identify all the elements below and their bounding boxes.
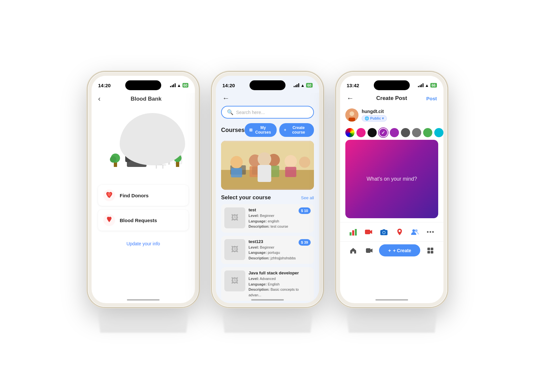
time-2: 14:20	[222, 83, 235, 88]
phone2-search: 🔍 Search here...	[221, 106, 314, 119]
svg-rect-62	[431, 251, 433, 253]
chart-tool-icon[interactable]	[347, 226, 359, 238]
phone-courses: 14:20 ▲ 60 ← 🔍 Search here...	[212, 72, 323, 307]
visibility-badge[interactable]: 🌐 Public ▾	[362, 115, 387, 122]
color-swatch-purple-check[interactable]: ✓	[379, 128, 388, 137]
classroom-svg	[221, 141, 314, 190]
post-button[interactable]: Post	[426, 96, 437, 101]
grid-nav-icon[interactable]	[424, 245, 436, 256]
signal-2	[294, 83, 299, 87]
location-tool-icon[interactable]	[393, 226, 406, 238]
wifi-icon-3: ▲	[425, 83, 429, 88]
dynamic-island-3	[374, 80, 410, 90]
find-donors-label: Find Donors	[120, 193, 148, 198]
phone3-nav: ← Create Post Post	[340, 93, 443, 106]
grid-icon: ⊞	[249, 128, 252, 132]
svg-rect-41	[349, 118, 355, 122]
svg-point-37	[258, 152, 271, 166]
post-bottom-bar: + + Create	[340, 241, 443, 259]
price-badge-1: $ 10	[299, 207, 311, 214]
course-hero-image	[221, 141, 314, 190]
time-1: 14:20	[98, 83, 111, 88]
post-user-row: hungdt.cit 🌐 Public ▾	[340, 106, 443, 125]
phone3-screen: 13:42 ▲ 66 ← Create Post Post	[340, 76, 443, 303]
wifi-icon-2: ▲	[301, 83, 305, 88]
post-canvas[interactable]: What's on your mind?	[345, 140, 438, 218]
search-wrapper[interactable]: 🔍 Search here...	[221, 106, 314, 119]
see-all-link[interactable]: See all	[301, 195, 314, 200]
course-info-3: Java full stack developer Level: Advance…	[249, 270, 311, 298]
svg-point-49	[383, 232, 385, 234]
phone2-nav: ←	[216, 93, 319, 106]
course-buttons: ⊞ My Courses + Create course	[245, 123, 314, 137]
blood-requests-item[interactable]: Blood Requests	[98, 210, 188, 231]
create-label: + Create	[393, 248, 411, 253]
people-tool-icon[interactable]	[409, 226, 421, 238]
status-icons-1: ▲ 60	[170, 83, 188, 88]
phone1-illustration	[92, 106, 195, 178]
course-meta-3: Level: Advanced Language: English Descri…	[249, 276, 311, 298]
section-header: Select your course See all	[216, 194, 319, 204]
course-meta-2: Level: Beginner Language: portugu Descri…	[249, 245, 311, 261]
back-button-3[interactable]: ←	[347, 94, 354, 103]
my-courses-button[interactable]: ⊞ My Courses	[245, 123, 277, 137]
image-icon-2: 🖼	[231, 245, 238, 254]
course-thumb-2: 🖼	[224, 239, 245, 260]
course-item-3[interactable]: 🖼 Java full stack developer Level: Advan…	[221, 267, 314, 301]
svg-rect-43	[352, 230, 354, 236]
signal-3	[418, 83, 423, 87]
dynamic-island-2	[250, 80, 285, 90]
svg-rect-33	[231, 168, 242, 177]
color-swatch-pink[interactable]	[356, 128, 366, 137]
create-course-button[interactable]: + Create course	[279, 123, 314, 137]
svg-point-55	[430, 231, 431, 233]
chevron-down-icon: ▾	[382, 116, 384, 121]
back-button-1[interactable]: ‹	[98, 95, 100, 103]
battery-label-3: 66	[430, 83, 437, 88]
course-thumb-3: 🖼	[224, 270, 245, 291]
globe-icon: 🌐	[365, 116, 369, 121]
find-donors-item[interactable]: Find Donors	[98, 185, 188, 206]
svg-point-21	[110, 156, 116, 163]
color-swatch-gray-dark[interactable]	[401, 128, 410, 137]
update-info-link[interactable]: Update your info	[92, 238, 195, 250]
visibility-label: Public	[370, 116, 381, 120]
courses-header: Courses ⊞ My Courses + Create course	[216, 123, 319, 141]
blood-requests-icon	[103, 214, 115, 226]
signal-1	[170, 83, 176, 87]
color-swatch-gray[interactable]	[412, 128, 421, 137]
color-swatch-black[interactable]	[368, 128, 377, 137]
wifi-icon-1: ▲	[177, 83, 181, 88]
video-nav-icon[interactable]	[363, 245, 375, 256]
phone1-title: Blood Bank	[104, 96, 188, 102]
video-tool-icon[interactable]	[362, 226, 375, 238]
color-swatch-purple[interactable]	[390, 128, 399, 137]
home-indicator-1	[127, 299, 160, 301]
svg-rect-61	[427, 251, 430, 253]
svg-point-53	[415, 229, 418, 232]
create-main-button[interactable]: + + Create	[379, 244, 420, 256]
create-post-title: Create Post	[376, 95, 407, 102]
battery-label-2: 60	[306, 83, 313, 88]
course-thumb-1: 🖼	[224, 207, 245, 228]
color-swatch-cyan[interactable]	[434, 128, 443, 137]
svg-rect-59	[427, 248, 430, 250]
back-button-2[interactable]: ←	[222, 94, 230, 103]
course-item-2[interactable]: 🖼 test123 Level: Beginner Language: port…	[221, 236, 314, 264]
svg-rect-42	[350, 232, 352, 236]
dynamic-island-1	[125, 80, 161, 90]
phone1-screen: 14:20 ▲ 60 ‹ Blood Bank	[92, 76, 195, 303]
canvas-prompt: What's on your mind?	[367, 176, 417, 182]
time-3: 13:42	[347, 83, 359, 88]
palette-icon[interactable]	[345, 128, 354, 137]
svg-rect-45	[365, 230, 370, 234]
user-info: hungdt.cit 🌐 Public ▾	[362, 109, 387, 122]
battery-label-1: 60	[182, 83, 188, 88]
home-nav-icon[interactable]	[347, 245, 359, 256]
section-title: Select your course	[221, 194, 271, 201]
camera-tool-icon[interactable]	[378, 226, 390, 238]
create-course-label: Create course	[288, 125, 309, 135]
color-swatch-green[interactable]	[423, 128, 432, 137]
more-tool-icon[interactable]	[424, 226, 437, 238]
course-item-1[interactable]: 🖼 test Level: Beginner Language: english…	[221, 204, 314, 233]
